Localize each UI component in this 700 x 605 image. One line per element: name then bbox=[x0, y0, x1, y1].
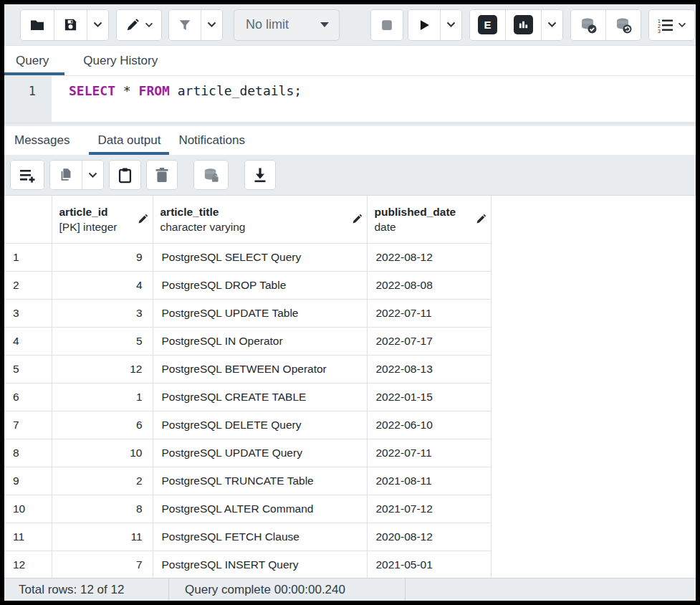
cell-article-id[interactable]: 4 bbox=[52, 271, 153, 299]
row-number-cell[interactable]: 4 bbox=[4, 327, 52, 355]
cell-article-title[interactable]: PostgreSQL DROP Table bbox=[153, 271, 367, 299]
tab-messages[interactable]: Messages bbox=[14, 126, 69, 155]
results-table: article_id [PK] integer article_title bbox=[4, 196, 492, 578]
cell-article-id[interactable]: 12 bbox=[52, 355, 153, 383]
cell-published-date[interactable]: 2021-08-11 bbox=[367, 467, 491, 495]
tab-query[interactable]: Query bbox=[16, 46, 49, 75]
edit-dropdown-button[interactable] bbox=[117, 10, 161, 40]
cell-published-date[interactable]: 2022-08-08 bbox=[367, 271, 491, 299]
row-number-cell[interactable]: 12 bbox=[4, 551, 52, 578]
row-number-cell[interactable]: 10 bbox=[4, 495, 52, 523]
cell-published-date[interactable]: 2022-06-10 bbox=[367, 411, 491, 439]
edit-pencil-icon[interactable] bbox=[476, 214, 486, 224]
copy-button[interactable] bbox=[50, 161, 82, 189]
cell-published-date[interactable]: 2022-07-11 bbox=[367, 299, 491, 327]
open-file-button[interactable] bbox=[21, 10, 54, 40]
paste-button[interactable] bbox=[110, 161, 140, 189]
row-number-cell[interactable]: 6 bbox=[4, 383, 52, 411]
cell-article-id[interactable]: 1 bbox=[52, 383, 153, 411]
column-name: article_id bbox=[59, 204, 118, 219]
sql-code-line[interactable]: SELECT * FROM article_details; bbox=[52, 76, 696, 122]
cell-article-title[interactable]: PostgreSQL DELETE Query bbox=[153, 411, 367, 439]
row-limit-select[interactable]: No limit bbox=[234, 9, 340, 41]
table-row: 108PostgreSQL ALTER Command2021-07-12 bbox=[4, 495, 491, 523]
chevron-down-icon bbox=[207, 22, 216, 28]
row-number-cell[interactable]: 8 bbox=[4, 439, 52, 467]
commit-button[interactable] bbox=[571, 10, 605, 40]
cell-article-id[interactable]: 2 bbox=[52, 467, 153, 495]
cancel-query-button[interactable] bbox=[371, 10, 403, 40]
table-row: 45PostgreSQL IN Operator2022-07-17 bbox=[4, 327, 491, 355]
macros-dropdown-button[interactable]: 1 2 3 bbox=[649, 10, 694, 40]
cell-published-date[interactable]: 2022-07-17 bbox=[367, 327, 491, 355]
execute-dropdown-button[interactable] bbox=[440, 10, 461, 40]
column-header-article-id[interactable]: article_id [PK] integer bbox=[52, 196, 153, 243]
row-number-cell[interactable]: 5 bbox=[4, 355, 52, 383]
delete-row-button[interactable] bbox=[147, 161, 177, 189]
cell-published-date[interactable]: 2022-08-13 bbox=[367, 355, 491, 383]
tab-data-output[interactable]: Data output bbox=[97, 126, 160, 155]
cell-article-id[interactable]: 5 bbox=[52, 327, 153, 355]
cell-article-title[interactable]: PostgreSQL IN Operator bbox=[153, 327, 367, 355]
svg-text:3: 3 bbox=[658, 29, 661, 33]
copy-icon bbox=[58, 167, 74, 184]
download-button[interactable] bbox=[245, 161, 275, 189]
cell-article-id[interactable]: 8 bbox=[52, 495, 153, 523]
cell-article-title[interactable]: PostgreSQL TRUNCATE Table bbox=[153, 467, 367, 495]
cell-article-title[interactable]: PostgreSQL INSERT Query bbox=[153, 551, 367, 578]
caret-down-icon bbox=[320, 22, 329, 27]
cell-article-title[interactable]: PostgreSQL UPDATE Query bbox=[153, 439, 367, 467]
rollback-button[interactable] bbox=[605, 10, 641, 40]
cell-article-title[interactable]: PostgreSQL BETWEEN Operator bbox=[153, 355, 367, 383]
query-tool-window: No limit E bbox=[4, 4, 696, 601]
row-number-cell[interactable]: 3 bbox=[4, 299, 52, 327]
edit-pencil-icon[interactable] bbox=[352, 214, 363, 224]
cell-published-date[interactable]: 2020-08-12 bbox=[367, 523, 491, 551]
explain-dropdown-button[interactable] bbox=[541, 10, 562, 40]
cell-article-title[interactable]: PostgreSQL SELECT Query bbox=[153, 243, 367, 271]
chevron-down-icon bbox=[678, 22, 686, 28]
copy-dropdown-button[interactable] bbox=[82, 161, 103, 189]
save-file-button[interactable] bbox=[54, 10, 87, 40]
column-header-published-date[interactable]: published_date date bbox=[367, 196, 491, 243]
column-header-article-title[interactable]: article_title character varying bbox=[153, 196, 367, 243]
row-number-cell[interactable]: 7 bbox=[4, 411, 52, 439]
cell-article-title[interactable]: PostgreSQL ALTER Command bbox=[153, 495, 367, 523]
cell-article-id[interactable]: 11 bbox=[52, 523, 153, 551]
cell-article-id[interactable]: 7 bbox=[52, 551, 153, 578]
add-row-button[interactable] bbox=[11, 161, 44, 189]
cell-published-date[interactable]: 2022-07-11 bbox=[367, 439, 491, 467]
edit-pencil-icon[interactable] bbox=[138, 214, 148, 224]
cell-article-title[interactable]: PostgreSQL UPDATE Table bbox=[153, 299, 367, 327]
row-number-cell[interactable]: 11 bbox=[4, 523, 52, 551]
add-row-icon bbox=[19, 167, 36, 183]
cell-article-title[interactable]: PostgreSQL FETCH Clause bbox=[153, 523, 367, 551]
paste-group bbox=[109, 160, 141, 190]
cell-article-id[interactable]: 3 bbox=[52, 299, 153, 327]
select-all-corner-cell[interactable] bbox=[4, 196, 52, 243]
cell-published-date[interactable]: 2021-05-01 bbox=[367, 551, 491, 578]
tab-notifications[interactable]: Notifications bbox=[178, 126, 245, 155]
row-number-cell[interactable]: 1 bbox=[4, 243, 52, 271]
filter-button[interactable] bbox=[169, 10, 201, 40]
execute-button[interactable] bbox=[408, 10, 440, 40]
row-number-cell[interactable]: 9 bbox=[4, 467, 52, 495]
chevron-down-icon bbox=[446, 22, 456, 28]
explain-button[interactable]: E bbox=[470, 10, 505, 40]
explain-analyze-button[interactable] bbox=[505, 10, 541, 40]
save-data-button[interactable] bbox=[194, 161, 228, 189]
cell-published-date[interactable]: 2022-01-15 bbox=[367, 383, 491, 411]
svg-text:1: 1 bbox=[658, 19, 661, 24]
cell-published-date[interactable]: 2022-08-12 bbox=[367, 243, 491, 271]
cell-published-date[interactable]: 2021-07-12 bbox=[367, 495, 491, 523]
cell-article-id[interactable]: 6 bbox=[52, 411, 153, 439]
filter-dropdown-button[interactable] bbox=[201, 10, 222, 40]
cell-article-title[interactable]: PostgreSQL CREATE TABLE bbox=[153, 383, 367, 411]
cell-article-id[interactable]: 9 bbox=[52, 243, 153, 271]
cell-article-id[interactable]: 10 bbox=[52, 439, 153, 467]
download-icon bbox=[253, 167, 267, 183]
delete-trash-icon bbox=[155, 167, 169, 183]
tab-query-history[interactable]: Query History bbox=[83, 46, 158, 75]
row-number-cell[interactable]: 2 bbox=[4, 271, 52, 299]
save-dropdown-button[interactable] bbox=[87, 10, 108, 40]
